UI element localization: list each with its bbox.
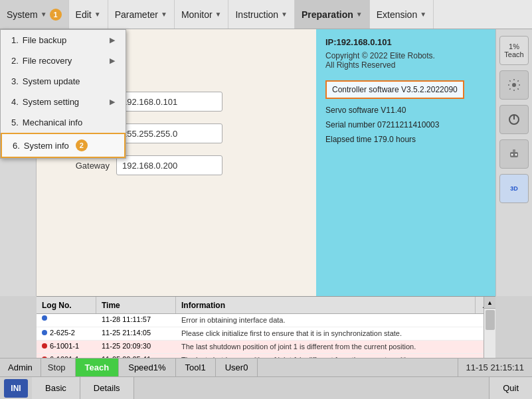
dropdown-file-backup-label: File backup [23, 35, 66, 45]
menu-preparation-label: Preparation [302, 9, 353, 20]
right-power-btn[interactable] [499, 105, 529, 134]
log-row-2-info: Please click initialize first to ensure … [176, 329, 495, 338]
log-row-1: 11-28 11:11:57 Error in obtaining interf… [37, 314, 495, 327]
item-num-4: 4. [11, 97, 19, 107]
dropdown-system-update-label: System update [23, 76, 80, 86]
menu-preparation[interactable]: Preparation ▼ [295, 0, 370, 29]
dropdown-mechanical-info[interactable]: 5. Mechanical info [1, 112, 126, 133]
dropdown-system-info-badge: 2 [76, 139, 88, 151]
dot-2 [42, 330, 47, 335]
log-no-2: 2-625-2 [50, 329, 75, 337]
controller-software-text: Controller software V3.5.2.2022090 [332, 85, 458, 94]
system-dropdown: 1. File backup ▶ 2. File recovery ▶ 3. S… [0, 29, 126, 159]
svg-rect-11 [513, 149, 515, 152]
menu-instruction-arrow: ▼ [281, 11, 288, 18]
log-row-1-no [37, 315, 96, 321]
log-row-2-no: 2-625-2 [37, 329, 96, 337]
teach-button[interactable]: Teach [76, 359, 120, 377]
menu-bar: System ▼ 1 Edit ▼ Parameter ▼ Monitor ▼ … [0, 0, 532, 29]
netmask-input[interactable] [116, 123, 222, 143]
servo-software-line: Servo software V11.40 [325, 106, 486, 115]
log-scroll-up[interactable]: ▲ [484, 297, 495, 309]
svg-point-7 [512, 83, 516, 87]
menu-edit-arrow: ▼ [94, 11, 101, 18]
speed-button[interactable]: Speed1% [119, 359, 175, 377]
menu-edit[interactable]: Edit ▼ [69, 0, 108, 29]
menu-parameter-arrow: ▼ [161, 11, 167, 18]
log-row-2-time: 11-25 21:14:05 [96, 329, 176, 337]
power-icon [507, 112, 521, 127]
log-row-3: 6-1001-1 11-25 20:09:30 The last shutdow… [37, 341, 495, 354]
menu-monitor[interactable]: Monitor ▼ [175, 0, 229, 29]
log-row-3-no: 6-1001-1 [37, 342, 96, 350]
basic-tab[interactable]: Basic [32, 377, 80, 400]
log-row-2: 2-625-2 11-25 21:14:05 Please click init… [37, 327, 495, 341]
menu-preparation-arrow: ▼ [356, 11, 363, 18]
item-num-3: 3. [11, 76, 19, 86]
tool-button[interactable]: Tool1 [176, 359, 216, 377]
dot-3 [42, 343, 47, 349]
settings-icon [507, 78, 521, 92]
svg-point-13 [515, 154, 517, 156]
right-settings-btn[interactable] [499, 70, 529, 100]
datetime-display: 11-15 21:15:11 [458, 359, 532, 376]
3d-label: 3D [510, 185, 518, 192]
dropdown-system-info-label: System info [24, 141, 69, 151]
status-bar: Admin Stop Teach Speed1% Tool1 User0 11-… [0, 358, 532, 376]
stop-button[interactable]: Stop [41, 359, 76, 377]
item-num-2: 2. [11, 56, 19, 66]
dropdown-file-backup[interactable]: 1. File backup ▶ [1, 30, 126, 50]
log-row-3-info: The last shutdown position of joint 1 is… [176, 342, 495, 351]
bottom-tab-bar: INI Basic Details Quit [0, 376, 532, 399]
info-panel: IP:192.168.0.101 Copyright © 2022 Elite … [316, 29, 495, 296]
ip-input[interactable] [116, 92, 222, 112]
gateway-input[interactable] [116, 155, 222, 175]
log-row-3-time: 11-25 20:09:30 [96, 342, 176, 350]
dropdown-file-recovery-label: File recovery [23, 56, 72, 66]
info-ip: IP:192.168.0.101 [325, 37, 486, 47]
log-col-no: Log No. [37, 297, 96, 313]
menu-extension[interactable]: Extension ▼ [370, 0, 434, 29]
right-3d-btn[interactable]: 3D [499, 174, 529, 203]
menu-extension-label: Extension [377, 9, 417, 20]
menu-parameter[interactable]: Parameter ▼ [108, 0, 175, 29]
scroll-thumb [486, 310, 495, 330]
dropdown-system-info[interactable]: 6. System info 2 [1, 133, 126, 158]
log-col-info: Information [176, 297, 476, 313]
log-row-1-time: 11-28 11:11:57 [96, 315, 176, 323]
item-num-5: 5. [11, 118, 19, 127]
menu-monitor-arrow: ▼ [215, 11, 222, 18]
dropdown-system-setting-label: System setting [23, 97, 79, 107]
dropdown-system-setting[interactable]: 4. System setting ▶ [1, 92, 126, 112]
dot-1 [42, 315, 47, 321]
details-tab[interactable]: Details [80, 377, 134, 400]
speed-teach-btn[interactable]: 1% Teach [499, 36, 529, 65]
ini-badge[interactable]: INI [4, 379, 28, 398]
menu-system[interactable]: System ▼ 1 [0, 0, 69, 29]
right-extra-btn[interactable] [499, 139, 529, 169]
menu-instruction[interactable]: Instruction ▼ [228, 0, 295, 29]
quit-button[interactable]: Quit [489, 377, 532, 400]
dropdown-system-update[interactable]: 3. System update [1, 71, 126, 92]
admin-label: Admin [0, 359, 41, 376]
menu-instruction-label: Instruction [235, 9, 278, 20]
speed-value: 1% [509, 42, 519, 50]
menu-system-label: System [7, 9, 38, 20]
sub-arrow-1: ▶ [110, 36, 115, 44]
sub-arrow-2: ▶ [110, 56, 115, 65]
menu-system-arrow: ▼ [41, 11, 47, 18]
robot-icon [507, 147, 521, 161]
dropdown-file-recovery[interactable]: 2. File recovery ▶ [1, 50, 126, 71]
user-button[interactable]: User0 [216, 359, 258, 377]
log-header-no: Log No. [42, 301, 72, 310]
log-no-3: 6-1001-1 [50, 342, 79, 350]
log-header-info: Information [181, 301, 225, 310]
info-copyright: Copyright © 2022 Elite Robots. All Right… [325, 51, 486, 70]
menu-parameter-label: Parameter [115, 9, 158, 20]
sub-arrow-4: ▶ [110, 98, 115, 106]
item-num-6: 6. [13, 141, 20, 151]
menu-system-badge: 1 [50, 9, 62, 21]
menu-monitor-label: Monitor [181, 9, 213, 20]
controller-software-box: Controller software V3.5.2.2022090 [325, 80, 464, 99]
log-header-time: Time [102, 301, 120, 310]
